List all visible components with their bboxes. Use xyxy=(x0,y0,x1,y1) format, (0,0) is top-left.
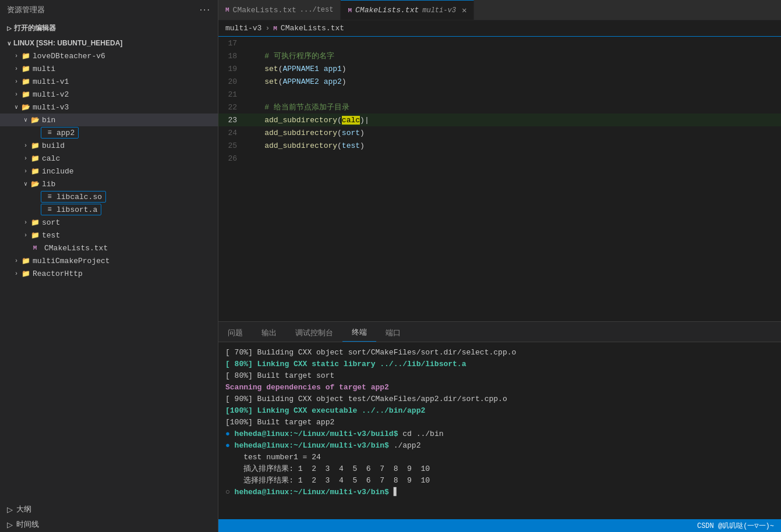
tree-label: build xyxy=(42,141,65,150)
timeline-label: 时间线 xyxy=(16,519,39,530)
tree-item-lovedbteacher[interactable]: › 📁 loveDBteacher-v6 xyxy=(0,49,218,62)
panel-tabs: 问题 输出 调试控制台 终端 端口 xyxy=(218,322,781,342)
terminal-line: [100%] Linking CXX executable ../../bin/… xyxy=(225,405,774,417)
tree-arrow: › xyxy=(12,91,21,98)
tree-arrow: › xyxy=(21,232,30,239)
line-number: 19 xyxy=(218,65,246,73)
folder-icon: 📁 xyxy=(21,77,30,86)
tree-label: libsort.a xyxy=(56,205,97,214)
linux-label: LINUX [SSH: UBUNTU_HEHEDA] xyxy=(13,39,122,47)
panel-tab-problems[interactable]: 问题 xyxy=(218,324,252,342)
outline-section[interactable]: ▷ 大纲 xyxy=(0,502,218,517)
panel-tab-output[interactable]: 输出 xyxy=(252,324,286,342)
tree-item-reactorhttp[interactable]: › 📁 ReactorHttp xyxy=(0,267,218,280)
terminal-prompt-line-2: ● heheda@linux:~/Linux/multi-v3/bin$ ./a… xyxy=(225,440,774,452)
tree-item-multi-v2[interactable]: › 📁 multi-v2 xyxy=(0,88,218,101)
sidebar-more-button[interactable]: ··· xyxy=(200,5,211,15)
tab-path: .../test xyxy=(300,6,334,14)
panel-tab-terminal[interactable]: 终端 xyxy=(342,324,376,342)
tree-item-libsort[interactable]: ≡ libsort.a xyxy=(0,203,218,216)
tree-label: multiCmakeProject xyxy=(33,257,110,265)
tree-item-multicmakeproject[interactable]: › 📁 multiCmakeProject xyxy=(0,254,218,267)
breadcrumb-part-file[interactable]: CMakeLists.txt xyxy=(281,24,344,33)
tree-item-bin[interactable]: ∨ 📂 bin xyxy=(0,114,218,126)
folder-open-icon: 📂 xyxy=(21,102,30,112)
tab-close-button[interactable]: ✕ xyxy=(462,5,467,15)
tree-label: app2 xyxy=(56,129,75,137)
bottom-sections: ▷ 大纲 ▷ 时间线 xyxy=(0,502,218,532)
code-line-21: 21 xyxy=(218,88,781,101)
tree-item-include[interactable]: › 📁 include xyxy=(0,165,218,178)
tree-item-build[interactable]: › 📁 build xyxy=(0,139,218,152)
panel-tab-ports[interactable]: 端口 xyxy=(376,324,410,342)
tab-cmakelists-multiv3[interactable]: M CMakeLists.txt multi-v3 ✕ xyxy=(341,0,474,20)
outline-arrow: ▷ xyxy=(7,505,13,514)
tree-label: calc xyxy=(42,154,60,163)
main-content: M CMakeLists.txt .../test M CMakeLists.t… xyxy=(218,0,781,532)
tree-arrow: ∨ xyxy=(12,104,21,111)
folder-icon: 📁 xyxy=(21,51,30,61)
tree-arrow: › xyxy=(12,66,21,72)
folder-icon: 📁 xyxy=(21,90,30,99)
line-number: 24 xyxy=(218,129,246,137)
file-icon: ≡ xyxy=(45,192,54,201)
tree-arrow: › xyxy=(21,155,30,162)
line-number: 23 xyxy=(218,116,246,125)
status-bar-text: CSDN @叽叽哒(一▽一)~ xyxy=(697,521,774,531)
folder-icon: 📁 xyxy=(21,256,30,265)
folder-icon: 📁 xyxy=(30,218,40,227)
tree-item-calc[interactable]: › 📁 calc xyxy=(0,152,218,165)
timeline-section[interactable]: ▷ 时间线 xyxy=(0,517,218,532)
sidebar-header: 资源管理器 ··· xyxy=(0,0,218,20)
tree-label: libcalc.so xyxy=(56,193,102,201)
tree-item-multi-v1[interactable]: › 📁 multi-v1 xyxy=(0,75,218,88)
cmake-icon-breadcrumb: M xyxy=(273,25,277,32)
line-content: add_subdirectory(calc)| xyxy=(246,116,369,125)
tree-item-libcalc[interactable]: ≡ libcalc.so xyxy=(0,190,218,203)
terminal-line: 选择排序结果: 1 2 3 4 5 6 7 8 9 10 xyxy=(225,475,774,487)
tree-arrow: ∨ xyxy=(21,180,30,187)
tab-cmakelists-test[interactable]: M CMakeLists.txt .../test xyxy=(218,0,341,20)
tree-label: sort xyxy=(42,218,60,227)
terminal[interactable]: [ 70%] Building CXX object sort/CMakeFil… xyxy=(218,342,781,519)
breadcrumb: multi-v3 › M CMakeLists.txt xyxy=(218,20,781,37)
tree-arrow: › xyxy=(12,53,21,59)
tree-label: lib xyxy=(42,180,55,189)
tree-item-test[interactable]: › 📁 test xyxy=(0,229,218,242)
tree-label: include xyxy=(42,167,74,176)
line-number: 25 xyxy=(218,141,246,150)
tree-label: multi-v2 xyxy=(33,90,69,99)
terminal-prompt-line-1: ● heheda@linux:~/Linux/multi-v3/build$ c… xyxy=(225,428,774,440)
tree-item-app2[interactable]: ≡ app2 xyxy=(0,126,218,139)
tree-label: multi-v3 xyxy=(33,103,69,112)
open-editors-section[interactable]: ▷ 打开的编辑器 xyxy=(0,20,218,36)
file-tree: › 📁 loveDBteacher-v6 › 📁 multi › 📁 multi… xyxy=(0,49,218,502)
code-line-19: 19 set(APPNAME1 app1) xyxy=(218,62,781,75)
breadcrumb-part-multiv3[interactable]: multi-v3 xyxy=(225,24,261,33)
code-editor[interactable]: 17 18 # 可执行程序的名字 19 set(APPNAME1 app1) 2… xyxy=(218,37,781,321)
cmake-icon: M xyxy=(30,243,40,253)
tab-path: multi-v3 xyxy=(422,6,456,15)
tree-item-multi[interactable]: › 📁 multi xyxy=(0,62,218,75)
terminal-prompt-line-3: ○ heheda@linux:~/Linux/multi-v3/bin$ ▋ xyxy=(225,487,774,498)
file-icon: ≡ xyxy=(45,205,54,214)
line-content: add_subdirectory(sort) xyxy=(246,129,365,137)
line-number: 18 xyxy=(218,52,246,61)
line-number: 20 xyxy=(218,77,246,86)
linux-section[interactable]: ∨ LINUX [SSH: UBUNTU_HEHEDA] xyxy=(0,36,218,49)
code-line-17: 17 xyxy=(218,37,781,49)
terminal-line: [ 80%] Built target sort xyxy=(225,370,774,382)
line-content: set(APPNAME2 app2) xyxy=(246,77,347,86)
tree-arrow: ∨ xyxy=(21,116,30,123)
timeline-arrow: ▷ xyxy=(7,520,13,529)
panel-tab-debug[interactable]: 调试控制台 xyxy=(286,324,342,342)
cmake-icon: M xyxy=(225,6,229,13)
tree-label: test xyxy=(42,231,60,240)
tree-item-multi-v3[interactable]: ∨ 📂 multi-v3 xyxy=(0,101,218,114)
folder-icon: 📁 xyxy=(30,154,40,163)
tree-item-lib[interactable]: ∨ 📂 lib xyxy=(0,178,218,190)
tree-item-sort[interactable]: › 📁 sort xyxy=(0,216,218,229)
terminal-line: [100%] Built target app2 xyxy=(225,417,774,428)
tree-label: multi xyxy=(33,65,55,73)
tree-item-cmakelists[interactable]: M CMakeLists.txt xyxy=(0,242,218,254)
